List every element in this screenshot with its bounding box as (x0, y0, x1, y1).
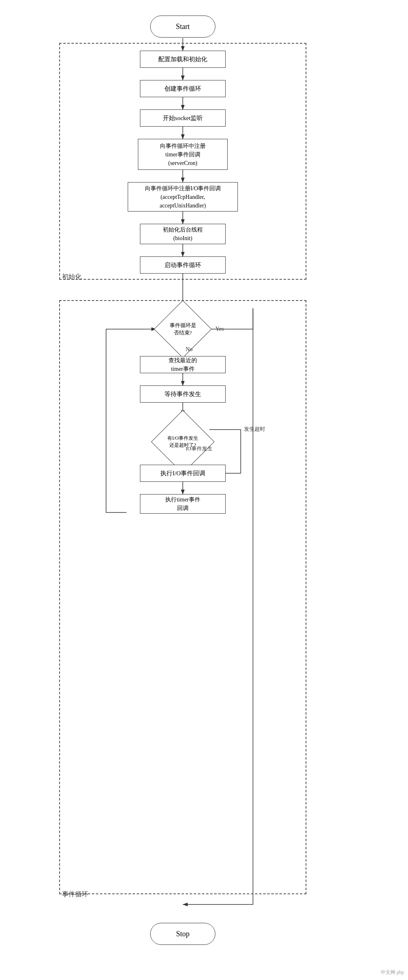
loop-decision1-node: 事件循环是否结束? (156, 303, 209, 356)
init4-node: 向事件循环中注册timer事件回调(serverCron) (138, 139, 228, 170)
init2-node: 创建事件循环 (140, 80, 226, 97)
loop-decision1-text: 事件循环是否结束? (170, 322, 196, 336)
stop-node: Stop (150, 923, 215, 945)
init1-node: 配置加载和初始化 (140, 51, 226, 68)
loop4-node: 执行timer事件回调 (140, 494, 226, 514)
loop1-text: 查找最近的timer事件 (169, 356, 197, 373)
init5-node: 向事件循环中注册I/O事件回调(acceptTcpHandler,acceptU… (128, 182, 238, 212)
init6-text: 初始化后台线程(bioInit) (163, 225, 203, 243)
loop4-text: 执行timer事件回调 (165, 495, 200, 512)
watermark: 中文网 php (381, 969, 404, 976)
init6-node: 初始化后台线程(bioInit) (140, 224, 226, 244)
init3-node: 开始socket监听 (140, 109, 226, 127)
event-loop-label: 事件循环 (62, 890, 88, 899)
loop2-node: 等待事件发生 (140, 385, 226, 403)
init-label: 初始化 (62, 273, 82, 281)
init7-node: 启动事件循环 (140, 256, 226, 274)
timeout-label: 发生超时 (244, 425, 265, 433)
init5-text: 向事件循环中注册I/O事件回调(acceptTcpHandler,acceptU… (145, 184, 221, 210)
loop-decision2-node: 有I/O事件发生还是超时了? (154, 413, 211, 470)
start-node: Start (150, 16, 215, 38)
yes-label: Yes (215, 326, 224, 332)
no-label: No (186, 346, 193, 353)
init4-text: 向事件循环中注册timer事件回调(serverCron) (160, 142, 206, 167)
diagram-container: Start 初始化 配置加载和初始化 创建事件循环 开始socket监听 向事件… (0, 0, 408, 980)
loop3-node: 执行I/O事件回调 (140, 465, 226, 482)
loop-decision2-text: 有I/O事件发生还是超时了? (167, 435, 198, 448)
loop1-node: 查找最近的timer事件 (140, 356, 226, 373)
